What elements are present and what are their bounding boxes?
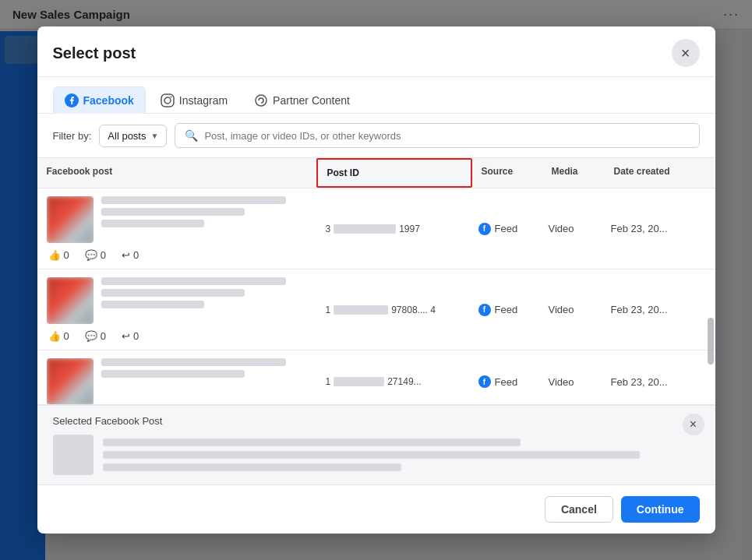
- scrollbar-header: [706, 158, 715, 188]
- search-input[interactable]: [204, 130, 689, 142]
- post-cell-1: 👍 0 💬 0 ↩ 0: [37, 188, 316, 269]
- col-header-date: Date created: [605, 158, 706, 188]
- table-header: Facebook post Post ID Source Media Date …: [37, 158, 715, 188]
- postid-cell-3: 1 27149...: [316, 368, 472, 395]
- modal-title: Select post: [53, 44, 136, 62]
- post-content-1: [47, 196, 307, 243]
- postid-blur-1: [334, 224, 396, 234]
- like-icon: 👍: [48, 330, 61, 342]
- post-text-2: [101, 277, 307, 308]
- media-cell-3: Video: [542, 368, 605, 396]
- share-icon: ↩: [122, 330, 130, 342]
- post-thumbnail-2: [47, 277, 94, 324]
- text-line: [103, 463, 401, 471]
- postid-prefix-1: 3: [326, 224, 331, 234]
- source-label-1: Feed: [495, 223, 518, 234]
- text-line: [101, 208, 245, 216]
- share-stat: ↩ 0: [122, 249, 139, 261]
- partner-tab-icon: [254, 93, 268, 107]
- source-label-3: Feed: [495, 376, 518, 388]
- post-thumbnail-3: [47, 358, 94, 405]
- filter-label: Filter by:: [53, 130, 92, 142]
- search-box[interactable]: 🔍: [175, 123, 699, 148]
- comment-stat: 💬 0: [85, 249, 106, 261]
- facebook-source-icon-1: f: [478, 223, 491, 235]
- close-icon: ×: [690, 417, 697, 431]
- modal-close-button[interactable]: ×: [672, 39, 700, 67]
- post-stats-2: 👍 0 💬 0 ↩ 0: [47, 330, 307, 342]
- modal-tabs: Facebook Instagram Partner Content: [37, 77, 715, 114]
- post-text-3: [101, 358, 307, 378]
- share-icon: ↩: [122, 249, 130, 261]
- selected-post-section: Selected Facebook Post ×: [37, 405, 715, 484]
- table-row[interactable]: 👍 0 💬 0 ↩ 0 1: [37, 269, 715, 350]
- col-header-postid: Post ID: [316, 158, 472, 188]
- modal-overlay: Select post × Facebook Instagram: [0, 0, 752, 560]
- selected-post-close-button[interactable]: ×: [683, 414, 704, 435]
- media-cell-2: Video: [542, 296, 605, 323]
- postid-suffix-1: 1997: [399, 224, 420, 234]
- tab-partner-content[interactable]: Partner Content: [242, 86, 362, 114]
- filter-select-dropdown[interactable]: All posts ▼: [99, 125, 167, 147]
- post-content-2: [47, 277, 307, 324]
- postid-cell-1: 3 1997: [316, 216, 472, 242]
- instagram-tab-icon: [161, 93, 175, 107]
- postid-prefix-3: 1: [326, 376, 331, 387]
- text-line: [101, 301, 204, 308]
- like-stat: 👍 0: [48, 330, 69, 342]
- share-stat: ↩ 0: [122, 330, 139, 342]
- table-row[interactable]: 1 27149... f Feed Video Feb 23, 20...: [37, 350, 715, 405]
- selected-post-content: [53, 435, 700, 475]
- tab-instagram[interactable]: Instagram: [149, 86, 239, 114]
- filter-select-value: All posts: [108, 130, 146, 142]
- date-cell-1: Feb 23, 20...: [605, 215, 706, 242]
- comment-count: 0: [101, 249, 106, 261]
- postid-blur-3: [334, 377, 384, 386]
- svg-point-2: [164, 97, 171, 104]
- source-cell-2: f Feed: [472, 296, 542, 324]
- post-cell-3: [37, 350, 316, 405]
- text-line: [101, 289, 245, 297]
- text-line: [101, 370, 245, 378]
- search-icon: 🔍: [185, 129, 198, 142]
- text-line: [101, 220, 204, 227]
- scrollbar-thumb[interactable]: [708, 318, 714, 365]
- source-cell-3: f Feed: [472, 368, 542, 396]
- continue-button[interactable]: Continue: [621, 496, 700, 523]
- filter-row: Filter by: All posts ▼ 🔍: [37, 114, 715, 157]
- date-cell-2: Feb 23, 20...: [605, 296, 706, 323]
- postid-suffix-2: 97808.... 4: [391, 305, 436, 315]
- facebook-source-icon-3: f: [478, 375, 491, 388]
- selected-post-text: [103, 438, 700, 471]
- tab-facebook-label: Facebook: [83, 94, 134, 107]
- facebook-source-icon-2: f: [478, 304, 491, 316]
- cancel-button[interactable]: Cancel: [545, 496, 613, 523]
- share-count: 0: [133, 330, 139, 342]
- post-cell-2: 👍 0 💬 0 ↩ 0: [37, 269, 316, 350]
- like-count: 0: [64, 249, 69, 261]
- postid-prefix-2: 1: [326, 305, 331, 315]
- selected-post-thumbnail: [53, 435, 94, 475]
- text-line: [103, 438, 521, 446]
- tab-partner-content-label: Partner Content: [273, 94, 350, 107]
- tab-facebook[interactable]: Facebook: [53, 86, 146, 114]
- source-cell-1: f Feed: [472, 215, 542, 243]
- share-count: 0: [133, 249, 139, 261]
- col-header-media: Media: [542, 158, 605, 188]
- post-stats-1: 👍 0 💬 0 ↩ 0: [47, 249, 307, 261]
- like-icon: 👍: [48, 249, 61, 261]
- table-row[interactable]: 👍 0 💬 0 ↩ 0 3: [37, 188, 715, 269]
- like-stat: 👍 0: [48, 249, 69, 261]
- post-text-1: [101, 196, 307, 227]
- select-post-modal: Select post × Facebook Instagram: [37, 26, 715, 534]
- col-header-post: Facebook post: [37, 158, 316, 188]
- postid-suffix-3: 27149...: [387, 376, 421, 387]
- tab-instagram-label: Instagram: [179, 94, 228, 107]
- col-header-source: Source: [472, 158, 542, 188]
- postid-cell-2: 1 97808.... 4: [316, 297, 472, 323]
- svg-rect-1: [161, 94, 174, 107]
- text-line: [103, 451, 640, 459]
- postid-blur-2: [334, 305, 388, 315]
- svg-point-3: [170, 97, 171, 98]
- source-label-2: Feed: [495, 304, 518, 315]
